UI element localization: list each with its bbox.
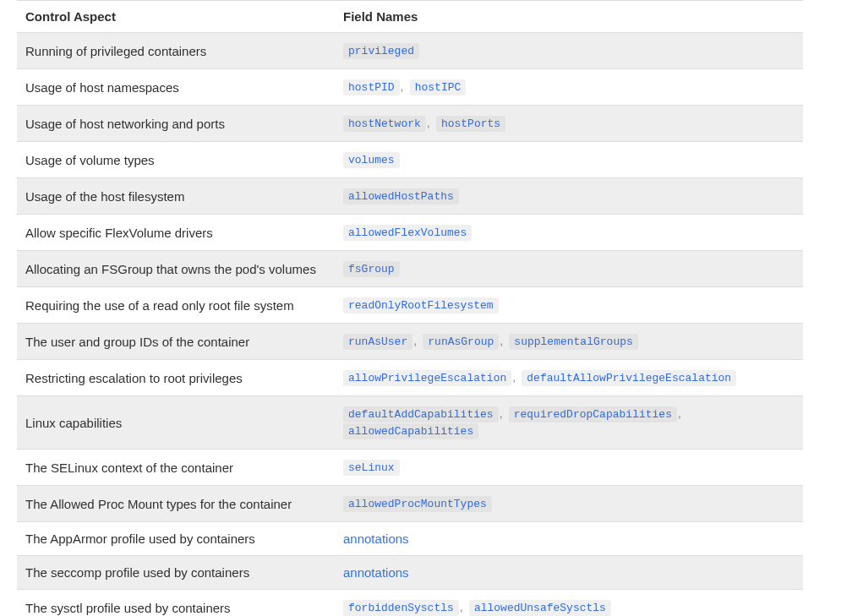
field-separator: ,: [512, 370, 516, 384]
field-names-cell: runAsUser, runAsGroup, supplementalGroup…: [335, 324, 803, 360]
field-code[interactable]: hostPID: [343, 79, 400, 95]
table-row: The Allowed Proc Mount types for the con…: [17, 486, 803, 522]
control-aspect-table: Control Aspect Field Names Running of pr…: [17, 0, 803, 616]
table-row: The user and group IDs of the containerr…: [17, 324, 803, 360]
field-code[interactable]: forbiddenSysctls: [343, 600, 459, 616]
control-aspect-cell: The seccomp profile used by containers: [17, 556, 335, 590]
field-link[interactable]: annotations: [343, 532, 409, 546]
field-names-cell: hostPID, hostIPC: [335, 69, 803, 106]
table-row: The sysctl profile used by containersfor…: [17, 590, 803, 617]
control-aspect-cell: The Allowed Proc Mount types for the con…: [17, 486, 335, 522]
table-row: The SELinux context of the containerseLi…: [17, 450, 803, 486]
table-row: Usage of the host filesystemallowedHostP…: [17, 178, 803, 215]
field-names-cell: fsGroup: [335, 251, 803, 287]
field-names-cell: allowedFlexVolumes: [335, 215, 803, 251]
field-names-cell: allowedProcMountTypes: [335, 486, 803, 522]
field-code[interactable]: volumes: [343, 152, 400, 168]
control-aspect-cell: Requiring the use of a read only root fi…: [17, 287, 335, 324]
field-names-cell: allowedHostPaths: [335, 178, 803, 215]
control-aspect-cell: Running of privileged containers: [17, 33, 335, 69]
field-names-cell: annotations: [335, 556, 803, 590]
control-aspect-cell: The SELinux context of the container: [17, 450, 335, 486]
field-code[interactable]: hostPorts: [436, 116, 505, 132]
control-aspect-cell: Usage of volume types: [17, 142, 335, 178]
header-control-aspect: Control Aspect: [17, 1, 335, 33]
field-names-cell: privileged: [335, 33, 803, 69]
field-names-cell: seLinux: [335, 450, 803, 486]
table-header-row: Control Aspect Field Names: [17, 1, 803, 33]
table-row: The AppArmor profile used by containersa…: [17, 522, 803, 556]
header-field-names: Field Names: [335, 1, 803, 33]
field-code[interactable]: allowedHostPaths: [343, 188, 459, 204]
field-code[interactable]: allowedCapabilities: [343, 423, 478, 439]
table-row: Linux capabilitiesdefaultAddCapabilities…: [17, 396, 803, 450]
table-row: Usage of host namespaceshostPID, hostIPC: [17, 69, 803, 106]
field-names-cell: defaultAddCapabilities, requiredDropCapa…: [335, 396, 803, 450]
control-aspect-cell: Restricting escalation to root privilege…: [17, 360, 335, 396]
table-row: Allow specific FlexVolume driversallowed…: [17, 215, 803, 251]
field-code[interactable]: readOnlyRootFilesystem: [343, 297, 499, 313]
table-row: Restricting escalation to root privilege…: [17, 360, 803, 396]
field-separator: ,: [427, 116, 430, 129]
field-code[interactable]: privileged: [343, 43, 419, 59]
field-code[interactable]: supplementalGroups: [509, 334, 637, 350]
field-separator: ,: [460, 600, 463, 613]
table-row: Requiring the use of a read only root fi…: [17, 287, 803, 324]
field-code[interactable]: hostIPC: [410, 79, 467, 95]
field-separator: ,: [500, 406, 503, 420]
field-code[interactable]: defaultAllowPrivilegeEscalation: [522, 370, 736, 386]
field-code[interactable]: runAsUser: [343, 334, 412, 350]
field-link[interactable]: annotations: [343, 565, 409, 580]
field-separator: ,: [401, 79, 404, 93]
field-code[interactable]: hostNetwork: [343, 116, 426, 132]
field-code[interactable]: requiredDropCapabilities: [509, 406, 677, 422]
control-aspect-cell: Usage of host networking and ports: [17, 106, 335, 142]
control-aspect-cell: The user and group IDs of the container: [17, 324, 335, 360]
field-names-cell: allowPrivilegeEscalation, defaultAllowPr…: [335, 360, 803, 396]
control-aspect-cell: Usage of the host filesystem: [17, 178, 335, 215]
field-code[interactable]: fsGroup: [343, 261, 400, 277]
control-aspect-cell: The AppArmor profile used by containers: [17, 522, 335, 556]
table-row: Usage of host networking and portshostNe…: [17, 106, 803, 142]
field-separator: ,: [413, 334, 417, 347]
field-code[interactable]: allowedFlexVolumes: [343, 225, 472, 241]
table-row: Allocating an FSGroup that owns the pod'…: [17, 251, 803, 287]
field-code[interactable]: allowedUnsafeSysctls: [469, 600, 611, 616]
control-aspect-cell: Usage of host namespaces: [17, 69, 335, 106]
control-aspect-cell: The sysctl profile used by containers: [17, 590, 335, 617]
field-names-cell: forbiddenSysctls, allowedUnsafeSysctls: [335, 590, 803, 617]
field-code[interactable]: runAsGroup: [423, 334, 499, 350]
table-row: The seccomp profile used by containersan…: [17, 556, 803, 590]
control-aspect-cell: Linux capabilities: [17, 396, 335, 450]
field-names-cell: hostNetwork, hostPorts: [335, 106, 803, 142]
field-code[interactable]: allowPrivilegeEscalation: [343, 370, 511, 386]
field-names-cell: readOnlyRootFilesystem: [335, 287, 803, 324]
field-code[interactable]: seLinux: [343, 460, 400, 476]
field-code[interactable]: defaultAddCapabilities: [343, 406, 499, 422]
table-row: Running of privileged containersprivileg…: [17, 33, 803, 69]
control-aspect-cell: Allow specific FlexVolume drivers: [17, 215, 335, 251]
field-separator: ,: [678, 406, 681, 420]
field-separator: ,: [500, 334, 503, 347]
field-names-cell: annotations: [335, 522, 803, 556]
table-row: Usage of volume typesvolumes: [17, 142, 803, 178]
control-aspect-cell: Allocating an FSGroup that owns the pod'…: [17, 251, 335, 287]
field-code[interactable]: allowedProcMountTypes: [343, 496, 492, 512]
field-names-cell: volumes: [335, 142, 803, 178]
